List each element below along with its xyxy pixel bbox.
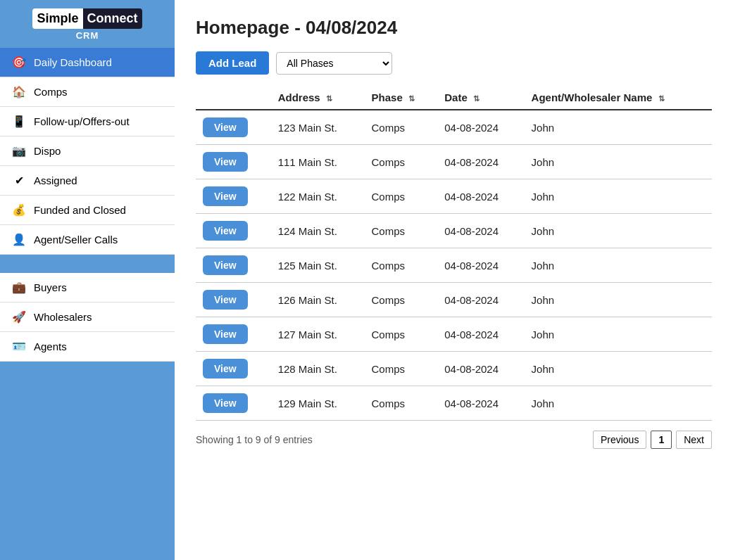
nav-main: 🎯Daily Dashboard🏠Comps📱Follow-up/Offers-… (0, 48, 175, 255)
phase-select[interactable]: All PhasesCompsFollow-upOffers-outDispoA… (276, 52, 392, 75)
sort-address-icon[interactable]: ⇅ (326, 94, 332, 103)
cell-agent-8: John (525, 386, 712, 421)
cell-date-0: 04-08-2024 (437, 110, 524, 145)
cell-action-7: View (196, 352, 271, 386)
cell-agent-6: John (525, 317, 712, 352)
sidebar-item-daily-dashboard[interactable]: 🎯Daily Dashboard (0, 48, 175, 77)
sidebar: Simple Connect CRM 🎯Daily Dashboard🏠Comp… (0, 0, 175, 560)
table-row: View 128 Main St. Comps 04-08-2024 John (196, 352, 712, 386)
cell-action-0: View (196, 110, 271, 145)
cell-action-3: View (196, 214, 271, 248)
table-row: View 127 Main St. Comps 04-08-2024 John (196, 317, 712, 352)
previous-button[interactable]: Previous (593, 431, 646, 449)
sidebar-item-follow-up[interactable]: 📱Follow-up/Offers-out (0, 107, 175, 136)
cell-agent-4: John (525, 248, 712, 283)
view-button-6[interactable]: View (203, 324, 248, 344)
sort-date-icon[interactable]: ⇅ (473, 94, 480, 103)
toolbar: Add Lead All PhasesCompsFollow-upOffers-… (196, 51, 712, 75)
table-header-row: Address ⇅ Phase ⇅ Date ⇅ Agent/Wholesale… (196, 86, 712, 110)
cell-address-6: 127 Main St. (271, 317, 365, 352)
cell-date-6: 04-08-2024 (437, 317, 524, 352)
sidebar-item-label: Funded and Closed (34, 204, 126, 216)
cell-date-5: 04-08-2024 (437, 283, 524, 317)
view-button-2[interactable]: View (203, 186, 248, 206)
cell-address-3: 124 Main St. (271, 214, 365, 248)
cell-phase-0: Comps (365, 110, 438, 145)
view-button-1[interactable]: View (203, 152, 248, 172)
sidebar-item-dispo[interactable]: 📷Dispo (0, 136, 175, 166)
cell-address-7: 128 Main St. (271, 352, 365, 386)
cell-address-1: 111 Main St. (271, 145, 365, 179)
nav-bottom: 💼Buyers🚀Wholesalers🪪Agents (0, 273, 175, 362)
cell-date-7: 04-08-2024 (437, 352, 524, 386)
logo-box: Simple Connect (32, 8, 142, 29)
cell-address-4: 125 Main St. (271, 248, 365, 283)
agents-icon: 🪪 (11, 340, 27, 353)
cell-phase-2: Comps (365, 179, 438, 214)
cell-date-3: 04-08-2024 (437, 214, 524, 248)
cell-phase-3: Comps (365, 214, 438, 248)
cell-date-1: 04-08-2024 (437, 145, 524, 179)
table-row: View 125 Main St. Comps 04-08-2024 John (196, 248, 712, 283)
view-button-5[interactable]: View (203, 290, 248, 310)
sidebar-item-label: Assigned (34, 174, 77, 186)
sidebar-item-agents[interactable]: 🪪Agents (0, 332, 175, 362)
table-row: View 129 Main St. Comps 04-08-2024 John (196, 386, 712, 421)
cell-address-8: 129 Main St. (271, 386, 365, 421)
page-title: Homepage - 04/08/2024 (196, 17, 712, 39)
add-lead-button[interactable]: Add Lead (196, 51, 269, 75)
sidebar-item-funded-closed[interactable]: 💰Funded and Closed (0, 196, 175, 225)
view-button-3[interactable]: View (203, 221, 248, 241)
follow-up-icon: 📱 (11, 115, 27, 128)
sidebar-item-label: Wholesalers (34, 311, 92, 323)
cell-agent-2: John (525, 179, 712, 214)
table-row: View 111 Main St. Comps 04-08-2024 John (196, 145, 712, 179)
view-button-4[interactable]: View (203, 255, 248, 275)
sort-phase-icon[interactable]: ⇅ (408, 94, 415, 103)
table-row: View 123 Main St. Comps 04-08-2024 John (196, 110, 712, 145)
cell-agent-5: John (525, 283, 712, 317)
assigned-icon: ✔ (11, 174, 27, 187)
cell-action-8: View (196, 386, 271, 421)
cell-phase-7: Comps (365, 352, 438, 386)
view-button-7[interactable]: View (203, 359, 248, 378)
cell-phase-5: Comps (365, 283, 438, 317)
col-address: Address ⇅ (271, 86, 365, 110)
view-button-0[interactable]: View (203, 117, 248, 137)
sidebar-item-label: Daily Dashboard (34, 56, 112, 68)
cell-action-2: View (196, 179, 271, 214)
sidebar-item-wholesalers[interactable]: 🚀Wholesalers (0, 303, 175, 332)
cell-action-6: View (196, 317, 271, 352)
logo-simple: Simple (32, 8, 82, 29)
cell-phase-4: Comps (365, 248, 438, 283)
page-1-button[interactable]: 1 (651, 431, 672, 449)
sort-agent-icon[interactable]: ⇅ (658, 94, 665, 103)
sidebar-item-label: Buyers (34, 281, 67, 293)
daily-dashboard-icon: 🎯 (11, 56, 27, 69)
logo-area: Simple Connect CRM (0, 0, 175, 44)
pagination-controls: Previous 1 Next (593, 431, 712, 449)
cell-agent-1: John (525, 145, 712, 179)
table-row: View 124 Main St. Comps 04-08-2024 John (196, 214, 712, 248)
view-button-8[interactable]: View (203, 393, 248, 413)
cell-action-4: View (196, 248, 271, 283)
sidebar-item-label: Follow-up/Offers-out (34, 115, 130, 127)
dispo-icon: 📷 (11, 144, 27, 158)
cell-address-0: 123 Main St. (271, 110, 365, 145)
cell-phase-1: Comps (365, 145, 438, 179)
cell-date-2: 04-08-2024 (437, 179, 524, 214)
cell-address-5: 126 Main St. (271, 283, 365, 317)
sidebar-item-agent-seller[interactable]: 👤Agent/Seller Calls (0, 225, 175, 255)
col-date: Date ⇅ (437, 86, 524, 110)
cell-date-4: 04-08-2024 (437, 248, 524, 283)
wholesalers-icon: 🚀 (11, 310, 27, 324)
sidebar-item-comps[interactable]: 🏠Comps (0, 77, 175, 107)
next-button[interactable]: Next (676, 431, 712, 449)
sidebar-item-assigned[interactable]: ✔Assigned (0, 166, 175, 196)
funded-closed-icon: 💰 (11, 203, 27, 217)
logo-crm: CRM (76, 30, 99, 41)
sidebar-item-label: Agents (34, 341, 67, 352)
table-row: View 122 Main St. Comps 04-08-2024 John (196, 179, 712, 214)
sidebar-item-label: Agent/Seller Calls (34, 234, 118, 246)
sidebar-item-buyers[interactable]: 💼Buyers (0, 273, 175, 303)
